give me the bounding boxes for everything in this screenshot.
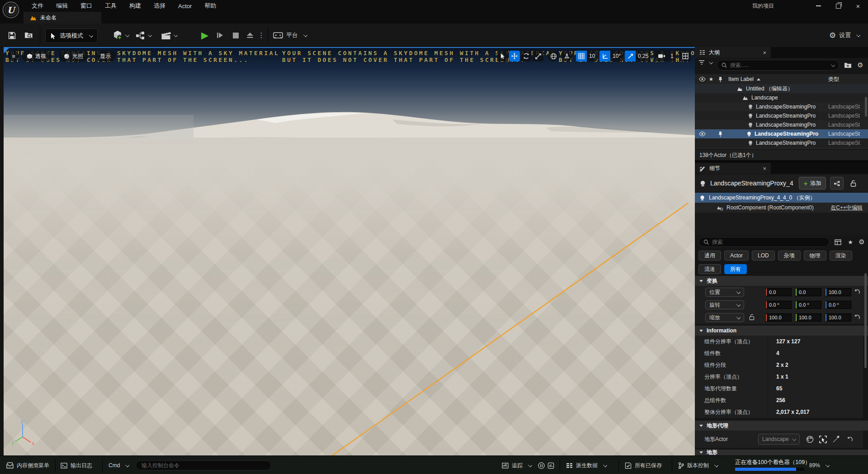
revert-icon[interactable]	[854, 314, 860, 320]
revert-icon[interactable]	[854, 289, 860, 294]
eject-button[interactable]	[243, 28, 257, 43]
level-viewport[interactable]: YOUR SCENE CONTAINS A SKYDOME MESH WITH …	[4, 47, 695, 455]
eyedropper-icon[interactable]	[832, 436, 840, 443]
close-icon[interactable]: ×	[763, 49, 766, 56]
camera-speed-button[interactable]	[655, 51, 668, 62]
show-dropdown[interactable]: 显示	[95, 51, 116, 62]
scale-snap-value[interactable]: 0.25	[636, 51, 651, 62]
pin-icon[interactable]	[718, 131, 722, 137]
location-dropdown[interactable]: 位置	[705, 288, 744, 297]
chip-all[interactable]: 所有	[724, 264, 747, 274]
revert-icon[interactable]	[847, 436, 853, 442]
scale-lock-icon[interactable]	[749, 314, 755, 320]
details-scrollbar[interactable]	[864, 273, 867, 368]
rotation-snap-value[interactable]: 10°	[610, 51, 623, 62]
minimize-button[interactable]	[808, 0, 828, 12]
pin-column-icon[interactable]	[716, 76, 725, 82]
create-folder-button[interactable]	[843, 60, 852, 71]
rotation-y-field[interactable]: 0.0 °	[795, 301, 821, 309]
transform-section-header[interactable]: 变换	[695, 276, 868, 286]
menu-help[interactable]: 帮助	[198, 0, 222, 12]
output-log-button[interactable]: 输出日志	[61, 460, 92, 471]
rotate-tool-button[interactable]	[521, 51, 532, 62]
outliner-row-landscape[interactable]: Landscape	[695, 93, 868, 102]
terrain-section-header[interactable]: 地形	[695, 450, 868, 455]
scale-z-field[interactable]: 100.0	[825, 313, 851, 322]
add-component-button[interactable]: + 添加	[799, 177, 826, 190]
add-actor-button[interactable]	[112, 28, 129, 43]
edit-in-cpp-link[interactable]: 在C++中编辑	[830, 204, 863, 212]
chip-physics[interactable]: 物理	[804, 251, 826, 261]
menu-select[interactable]: 选择	[147, 0, 172, 12]
unreal-logo[interactable]: U	[2, 1, 19, 19]
grid-snap-toggle[interactable]	[576, 51, 587, 62]
outliner-settings-button[interactable]: ⚙	[856, 60, 865, 71]
view-mode-dropdown[interactable]: 光照	[59, 51, 88, 62]
skip-button[interactable]	[213, 28, 227, 43]
information-section-header[interactable]: Information	[695, 326, 868, 336]
content-drawer-button[interactable]: 内容侧滑菜单	[6, 460, 49, 471]
visibility-column-icon[interactable]	[698, 77, 707, 81]
select-tool-button[interactable]	[497, 51, 508, 62]
trace-dropdown[interactable]: 追踪	[502, 460, 532, 471]
rotation-dropdown[interactable]: 旋转	[705, 300, 744, 309]
details-settings-button[interactable]: ⚙	[857, 237, 866, 247]
cmd-dropdown[interactable]: Cmd	[108, 460, 129, 471]
camera-speed-value[interactable]: 1	[668, 51, 676, 62]
outliner-search[interactable]: 搜索.....	[717, 60, 840, 71]
content-browser-button[interactable]	[22, 28, 35, 43]
maximize-button[interactable]	[828, 0, 848, 12]
close-icon[interactable]: ×	[763, 165, 766, 172]
viewport-menu-button[interactable]: ≡	[8, 51, 19, 62]
console-input[interactable]: 输入控制台命令	[136, 460, 271, 470]
browse-to-asset-icon[interactable]	[806, 436, 814, 443]
menu-window[interactable]: 窗口	[74, 0, 99, 12]
scale-snap-toggle[interactable]	[625, 51, 636, 62]
outliner-filter-button[interactable]	[698, 60, 712, 65]
outliner-row-proxy[interactable]: LandscapeStreamingPro LandscapeSt	[695, 138, 868, 147]
chip-actor[interactable]: Actor	[724, 251, 749, 261]
outliner-tree[interactable]: Untitled （编辑器） Landscape LandscapeStream…	[695, 84, 868, 149]
lock-icon[interactable]	[848, 177, 859, 189]
profiler-buttons[interactable]	[538, 460, 554, 471]
derived-data-dropdown[interactable]: 派生数据	[566, 460, 607, 471]
visible-eye-icon[interactable]	[699, 132, 706, 136]
blueprint-edit-button[interactable]	[830, 177, 844, 190]
source-control-dropdown[interactable]: 版本控制	[678, 460, 718, 471]
menu-edit[interactable]: 编辑	[50, 0, 74, 12]
settings-dropdown[interactable]: ⚙ 设置	[829, 28, 860, 43]
favorite-column-icon[interactable]: ★	[707, 76, 716, 82]
chip-lod[interactable]: LOD	[752, 251, 775, 261]
play-options-button[interactable]: ⋮	[258, 28, 265, 43]
rotation-snap-toggle[interactable]	[599, 51, 610, 62]
landscape-actor-dropdown[interactable]: Landscape	[758, 434, 800, 445]
menu-file[interactable]: 文件	[25, 0, 50, 12]
favorites-button[interactable]: ★	[846, 237, 855, 247]
scale-x-field[interactable]: 100.0	[765, 313, 792, 322]
menu-build[interactable]: 构建	[123, 0, 147, 12]
outliner-row-proxy[interactable]: LandscapeStreamingPro LandscapeSt	[695, 111, 868, 120]
close-button[interactable]: ×	[848, 0, 868, 12]
details-search[interactable]: 搜索	[698, 237, 830, 247]
outliner-tab[interactable]: 大纲 ×	[695, 47, 771, 58]
outliner-row-proxy[interactable]: LandscapeStreamingPro LandscapeSt	[695, 120, 868, 129]
save-button[interactable]	[5, 28, 18, 43]
cinematics-button[interactable]	[161, 28, 177, 43]
use-selected-icon[interactable]	[819, 436, 827, 443]
world-coordinate-button[interactable]	[548, 51, 559, 62]
details-tab[interactable]: 细节 ×	[695, 163, 771, 174]
component-row-root[interactable]: RootComponent (RootComponent0) 在C++中编辑	[695, 203, 868, 213]
location-x-field[interactable]: 0.0	[765, 288, 792, 296]
chip-rendering[interactable]: 渲染	[830, 251, 852, 261]
landscape-proxy-section-header[interactable]: 地形代理	[695, 421, 868, 431]
column-type[interactable]: 类型	[828, 76, 839, 83]
scale-tool-button[interactable]	[533, 51, 543, 62]
rotation-x-field[interactable]: 0.0 °	[765, 301, 792, 309]
outliner-row-proxy-selected[interactable]: LandscapeStreamingPro LandscapeSt	[695, 129, 868, 138]
component-row-selected[interactable]: LandscapeStreamingProxy_4_4_0 （实例）	[695, 193, 868, 203]
chip-general[interactable]: 通用	[698, 251, 721, 261]
display-filter-button[interactable]	[833, 237, 842, 247]
chip-streaming[interactable]: 流送	[698, 264, 721, 274]
platforms-dropdown[interactable]: 平台	[273, 28, 307, 43]
blueprints-button[interactable]	[136, 28, 151, 43]
